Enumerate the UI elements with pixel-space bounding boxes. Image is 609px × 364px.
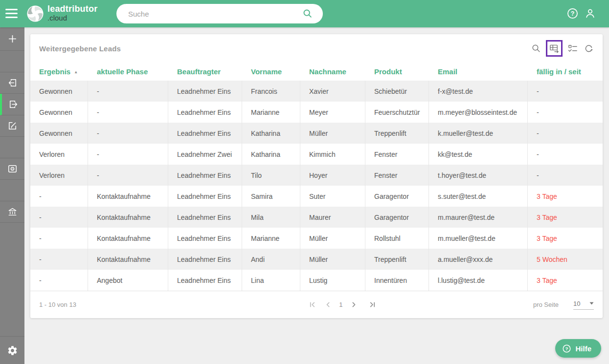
- help-button[interactable]: ? Hilfe: [555, 339, 601, 358]
- table-cell: Gewonnen: [30, 102, 88, 123]
- search-icon: [531, 43, 541, 53]
- table-cell: -: [528, 144, 603, 165]
- sidebar-item-leads-out[interactable]: [0, 94, 24, 115]
- table-cell: kk@test.de: [429, 144, 528, 165]
- table-cell: Leadnehmer Eins: [168, 81, 242, 102]
- brand-text: leadtributor .cloud: [47, 4, 97, 22]
- table-row[interactable]: -AngebotLeadnehmer EinsLinaLustigInnentü…: [30, 270, 603, 291]
- table-cell: Xavier: [300, 81, 365, 102]
- menu-icon[interactable]: [5, 8, 18, 19]
- table-cell: Kimmich: [300, 144, 365, 165]
- column-header[interactable]: Ergebnis▲: [30, 67, 88, 76]
- sidebar-item-settings[interactable]: [0, 336, 24, 364]
- help-icon[interactable]: ?: [566, 7, 579, 20]
- column-header[interactable]: Produkt: [365, 67, 429, 76]
- last-page-button[interactable]: [367, 300, 378, 310]
- column-header[interactable]: fällig in / seit: [528, 67, 603, 76]
- table-cell: -: [88, 123, 168, 144]
- sidebar-slot: [0, 51, 24, 72]
- table-cell: Treppenlift: [365, 249, 429, 270]
- table-row[interactable]: -KontaktaufnahmeLeadnehmer EinsSamiraSut…: [30, 186, 603, 207]
- table-cell: 3 Tage: [528, 186, 603, 207]
- table-row[interactable]: Gewonnen-Leadnehmer EinsKatharinaMüllerT…: [30, 123, 603, 144]
- table-row[interactable]: -KontaktaufnahmeLeadnehmer EinsAndiMülle…: [30, 249, 603, 270]
- table-cell: Leadnehmer Eins: [168, 165, 242, 186]
- refresh-button[interactable]: [582, 42, 595, 55]
- table-cell: Meyer: [300, 102, 365, 123]
- pager: 1: [152, 300, 533, 310]
- table-cell: Müller: [300, 249, 365, 270]
- checklist-button[interactable]: [566, 42, 579, 55]
- table-cell: -: [88, 102, 168, 123]
- table-cell: -: [30, 270, 88, 291]
- table-cell: -: [30, 207, 88, 228]
- table-cell: Leadnehmer Eins: [168, 102, 242, 123]
- table-cell: Verloren: [30, 144, 88, 165]
- table-cell: Gewonnen: [30, 123, 88, 144]
- table-row[interactable]: -KontaktaufnahmeLeadnehmer EinsMilaMaure…: [30, 207, 603, 228]
- table-cell: Garagentor: [365, 186, 429, 207]
- next-page-button[interactable]: [349, 300, 360, 310]
- help-icon: ?: [562, 344, 571, 353]
- brand-name: leadtributor: [47, 4, 97, 14]
- svg-text:?: ?: [571, 10, 575, 17]
- table-cell: Leadnehmer Eins: [168, 270, 242, 291]
- table-cell: k.mueller@test.de: [429, 123, 528, 144]
- prev-page-button[interactable]: [322, 300, 333, 310]
- table-cell: Marianne: [242, 228, 300, 249]
- table-cell: 5 Wochen: [528, 249, 603, 270]
- table-cell: Leadnehmer Eins: [168, 249, 242, 270]
- table-row[interactable]: Gewonnen-Leadnehmer EinsMarianneMeyerFeu…: [30, 102, 603, 123]
- column-config-highlight[interactable]: [546, 40, 563, 57]
- search-icon[interactable]: [302, 8, 313, 19]
- column-header[interactable]: Nachname: [300, 67, 365, 76]
- per-page-value: 10: [573, 300, 580, 307]
- table-row[interactable]: Verloren-Leadnehmer EinsTiloHoyerFenster…: [30, 165, 603, 186]
- table-cell: Rollstuhl: [365, 228, 429, 249]
- brand-suffix: .cloud: [47, 14, 97, 22]
- table-cell: Hoyer: [300, 165, 365, 186]
- first-page-button[interactable]: [307, 300, 317, 310]
- table-cell: m.mueller@test.de: [429, 228, 528, 249]
- checklist-icon: [567, 43, 578, 54]
- table-cell: s.suter@test.de: [429, 186, 528, 207]
- per-page-group: pro Seite 10: [533, 300, 594, 310]
- sidebar-item-add[interactable]: [0, 27, 24, 51]
- column-header[interactable]: Beauftragter: [168, 67, 242, 76]
- column-header[interactable]: Vorname: [242, 67, 300, 76]
- table-row[interactable]: Verloren-Leadnehmer ZweiKatharinaKimmich…: [30, 144, 603, 165]
- sidebar-spacer: [0, 223, 24, 336]
- table-header-row: Ergebnis▲aktuelle PhaseBeauftragterVorna…: [30, 63, 603, 81]
- table-cell: -: [30, 228, 88, 249]
- table-cell: -: [88, 165, 168, 186]
- sidebar-item-watch[interactable]: [0, 158, 24, 180]
- column-header[interactable]: Email: [429, 67, 528, 76]
- svg-text:?: ?: [565, 345, 568, 351]
- table-cell: 3 Tage: [528, 270, 603, 291]
- sidebar-item-edit[interactable]: [0, 115, 24, 137]
- table-cell: Suter: [300, 186, 365, 207]
- sidebar-item-leads-in[interactable]: [0, 72, 24, 94]
- bank-icon: [7, 206, 18, 217]
- table-cell: Maurer: [300, 207, 365, 228]
- table-row[interactable]: -KontaktaufnahmeLeadnehmer EinsMarianneM…: [30, 228, 603, 249]
- sort-asc-icon: ▲: [74, 69, 78, 74]
- table-search-button[interactable]: [530, 42, 542, 55]
- table-cell: Katharina: [242, 123, 300, 144]
- table-cell: Kontaktaufnahme: [88, 207, 168, 228]
- table-cell: -: [88, 144, 168, 165]
- table-cell: Gewonnen: [30, 81, 88, 102]
- table-cell: Fenster: [365, 144, 429, 165]
- table-cell: -: [528, 81, 603, 102]
- column-header[interactable]: aktuelle Phase: [88, 67, 168, 76]
- per-page-select[interactable]: 10: [573, 300, 594, 310]
- user-icon[interactable]: [584, 7, 596, 20]
- table-row[interactable]: Gewonnen-Leadnehmer EinsFrancoisXavierSc…: [30, 81, 603, 102]
- sidebar-item-bank[interactable]: [0, 201, 24, 223]
- table-cell: f-x@test.de: [429, 81, 528, 102]
- table-cell: Angebot: [88, 270, 168, 291]
- table-cell: Leadnehmer Eins: [168, 207, 242, 228]
- search-input[interactable]: [116, 4, 323, 23]
- table-cell: Lina: [242, 270, 300, 291]
- current-page: 1: [338, 301, 343, 308]
